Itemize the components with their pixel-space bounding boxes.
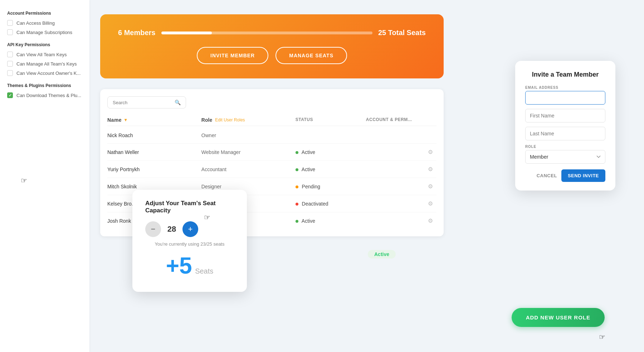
role-select[interactable]: Member Admin Owner bbox=[525, 150, 605, 164]
subscriptions-checkbox[interactable] bbox=[7, 29, 13, 35]
member-actions[interactable]: ⚙ bbox=[366, 183, 436, 190]
sidebar-item-owner-keys[interactable]: Can View Account Owner's K... bbox=[7, 70, 82, 76]
role-field-group: ROLE Member Admin Owner bbox=[525, 145, 605, 164]
manage-keys-checkbox[interactable] bbox=[7, 61, 13, 67]
view-keys-label: Can View All Team Keys bbox=[16, 52, 67, 57]
sidebar-item-view-keys[interactable]: Can View All Team Keys bbox=[7, 52, 82, 57]
active-status-badge: Active bbox=[368, 250, 396, 259]
sidebar-item-manage-keys[interactable]: Can Manage All Team's Keys bbox=[7, 61, 82, 67]
active-badge-text: Active bbox=[368, 250, 396, 259]
role-column-header: Role Edit User Roles bbox=[201, 117, 296, 123]
sidebar-item-subscriptions[interactable]: Can Manage Subscriptions bbox=[7, 29, 82, 35]
manage-seats-button[interactable]: MANAGE SEATS bbox=[275, 47, 347, 64]
member-role: Website Manager bbox=[201, 149, 296, 155]
progress-fill bbox=[161, 32, 212, 34]
invite-panel-title: Invite a Team Member bbox=[525, 71, 605, 78]
increase-seats-button[interactable]: + bbox=[182, 221, 198, 237]
total-seats: 25 Total Seats bbox=[378, 29, 426, 37]
seats-progress-bar bbox=[161, 32, 372, 34]
seat-counter: − 28 + bbox=[145, 221, 234, 237]
member-name: Mitch Skolnik bbox=[107, 184, 201, 189]
seat-capacity-popup: Adjust Your Team's Seat Capacity − 28 + … bbox=[132, 190, 247, 292]
banner-buttons: INVITE MEMBER MANAGE SEATS bbox=[118, 47, 426, 64]
member-actions[interactable]: ⚙ bbox=[366, 149, 436, 155]
email-label: EMAIL ADDRESS bbox=[525, 86, 605, 90]
billing-label: Can Access Billing bbox=[16, 20, 55, 26]
owner-keys-label: Can View Account Owner's K... bbox=[16, 71, 80, 76]
view-keys-checkbox[interactable] bbox=[7, 52, 13, 57]
add-new-user-role-button[interactable]: ADD NEW USER ROLE bbox=[512, 308, 605, 327]
member-name: Nick Roach bbox=[107, 132, 201, 138]
cancel-invite-button[interactable]: CANCEL bbox=[537, 173, 557, 178]
sidebar: Account Permissions Can Access Billing C… bbox=[0, 0, 89, 352]
table-row: Yuriy Portnykh Accountant Active ⚙ bbox=[107, 161, 436, 178]
table-row: Nathan Weller Website Manager Active ⚙ bbox=[107, 144, 436, 161]
role-label: ROLE bbox=[525, 145, 605, 149]
invite-team-member-panel: Invite a Team Member EMAIL ADDRESS ROLE … bbox=[515, 61, 615, 191]
themes-permissions-title: Themes & Plugins Permissions bbox=[7, 83, 82, 88]
owner-keys-checkbox[interactable] bbox=[7, 70, 13, 76]
gear-icon[interactable]: ⚙ bbox=[428, 166, 433, 173]
table-header: Name ▼ Role Edit User Roles Status Accou… bbox=[107, 114, 436, 126]
seat-usage-text: You're currently using 23/25 seats bbox=[145, 241, 234, 247]
member-role: Accountant bbox=[201, 167, 296, 172]
invite-member-button[interactable]: INVITE MEMBER bbox=[197, 47, 268, 64]
search-input[interactable] bbox=[113, 100, 172, 105]
sidebar-item-billing[interactable]: Can Access Billing bbox=[7, 20, 82, 26]
member-role: Designer bbox=[201, 184, 296, 189]
search-icon: 🔍 bbox=[175, 100, 181, 105]
member-status: Active bbox=[296, 149, 366, 155]
status-dot bbox=[296, 168, 298, 171]
billing-checkbox[interactable] bbox=[7, 20, 13, 26]
download-themes-label: Can Download Themes & Plu... bbox=[16, 93, 81, 98]
status-dot bbox=[296, 220, 298, 223]
member-name: Nathan Weller bbox=[107, 149, 201, 155]
sidebar-item-download-themes[interactable]: Can Download Themes & Plu... bbox=[7, 92, 82, 98]
status-dot bbox=[296, 203, 298, 206]
member-actions[interactable]: ⚙ bbox=[366, 166, 436, 173]
gear-icon[interactable]: ⚙ bbox=[428, 217, 433, 224]
seat-count: 28 bbox=[161, 225, 182, 234]
members-row: 6 Members 25 Total Seats bbox=[118, 29, 426, 37]
search-row: 🔍 bbox=[107, 96, 436, 109]
member-role: Owner bbox=[201, 132, 296, 138]
invite-actions: CANCEL SEND INVITE bbox=[525, 169, 605, 182]
member-actions[interactable]: ⚙ bbox=[366, 200, 436, 207]
api-permissions-title: API Key Permissions bbox=[7, 42, 82, 47]
account-permissions-title: Account Permissions bbox=[7, 11, 82, 16]
members-banner: 6 Members 25 Total Seats INVITE MEMBER M… bbox=[100, 14, 444, 78]
first-name-field-group bbox=[525, 109, 605, 122]
edit-roles-link[interactable]: Edit User Roles bbox=[215, 117, 245, 122]
last-name-field-group bbox=[525, 127, 605, 140]
member-actions[interactable]: ⚙ bbox=[366, 217, 436, 224]
search-box[interactable]: 🔍 bbox=[107, 96, 186, 109]
decrease-seats-button[interactable]: − bbox=[145, 221, 161, 237]
members-count: 6 Members bbox=[118, 29, 156, 37]
status-column-header: Status bbox=[296, 117, 366, 123]
seat-delta-label: Seats bbox=[195, 267, 213, 275]
member-status: Active bbox=[296, 218, 366, 224]
status-dot bbox=[296, 151, 298, 154]
cursor-pointer: ☞ bbox=[21, 176, 27, 185]
gear-icon[interactable]: ⚙ bbox=[428, 149, 433, 155]
status-dot bbox=[296, 185, 298, 188]
gear-icon[interactable]: ⚙ bbox=[428, 183, 433, 190]
email-input[interactable] bbox=[525, 91, 605, 105]
name-column-header: Name ▼ bbox=[107, 117, 201, 123]
last-name-input[interactable] bbox=[525, 127, 605, 140]
member-status: Deactivated bbox=[296, 201, 366, 207]
cursor-pointer-plus: ☞ bbox=[204, 213, 210, 222]
gear-icon[interactable]: ⚙ bbox=[428, 200, 433, 207]
cursor-pointer-role: ☞ bbox=[599, 333, 605, 341]
account-perm-column-header: Account & Perm... bbox=[366, 117, 436, 123]
member-status: Pending bbox=[296, 184, 366, 189]
subscriptions-label: Can Manage Subscriptions bbox=[16, 30, 72, 35]
first-name-input[interactable] bbox=[525, 109, 605, 122]
download-themes-checkbox[interactable] bbox=[7, 92, 13, 98]
seat-popup-title: Adjust Your Team's Seat Capacity bbox=[145, 200, 234, 214]
send-invite-button[interactable]: SEND INVITE bbox=[561, 169, 605, 182]
seat-delta: +5 Seats bbox=[145, 252, 234, 279]
member-name: Yuriy Portnykh bbox=[107, 167, 201, 172]
email-field-group: EMAIL ADDRESS bbox=[525, 86, 605, 105]
seat-delta-number: +5 bbox=[166, 253, 192, 279]
